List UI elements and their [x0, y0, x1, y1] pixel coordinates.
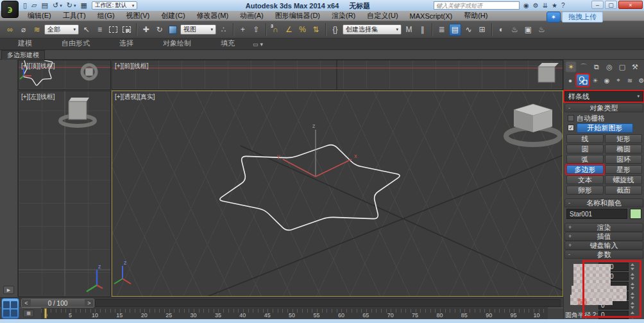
name-color-rollout-header[interactable]: - 名称和颜色 [564, 198, 643, 207]
ribbon-tab[interactable]: 对象绘制 [154, 37, 200, 49]
viewport-perspective-label[interactable]: [+][透视][真实] [115, 92, 155, 101]
menu-item[interactable]: 帮助(H) [458, 11, 493, 21]
select-and-rotate-icon[interactable]: ↻ [153, 24, 165, 36]
parameters-rollout-header[interactable]: - 参数 [564, 250, 643, 259]
menu-item[interactable]: 渲染(R) [326, 11, 361, 21]
sign-in-icon[interactable]: ◉ [523, 2, 529, 9]
viewport-front[interactable]: [+][前][线框] [112, 60, 563, 90]
bind-to-spacewarp-icon[interactable]: ≋ [31, 24, 43, 36]
ribbon-minimize-icon[interactable]: ▭ ▾ [253, 41, 263, 49]
ribbon-tab[interactable]: 建模 [9, 37, 41, 49]
flyout-right-button[interactable]: ▶ [3, 286, 14, 294]
object-type-button[interactable]: 椭圆 [605, 144, 642, 153]
autogrid-checkbox[interactable] [568, 115, 574, 121]
start-new-shape-checkbox[interactable]: ✓ [568, 125, 574, 131]
time-slider[interactable]: < 0 / 100 > [21, 299, 94, 308]
selection-filter-dropdown[interactable]: 全部 ▾ [44, 24, 79, 35]
motion-tab-icon[interactable]: ◎ [604, 61, 615, 73]
app-logo-button[interactable]: ϶ [1, 1, 19, 18]
start-new-shape-button[interactable]: 开始新图形 [577, 123, 633, 133]
select-by-name-icon[interactable]: ≡ [94, 24, 106, 36]
help-icon[interactable]: ? [561, 2, 565, 9]
rendered-frame-window-icon[interactable]: ▣ [522, 24, 534, 36]
undo-flyout-icon[interactable]: ▾ [60, 3, 62, 8]
menu-item[interactable]: 视图(V) [121, 11, 156, 21]
utilities-tab-icon[interactable]: ⚒ [629, 61, 641, 73]
redo-icon[interactable]: ↻ [67, 1, 72, 10]
shapes-category-icon[interactable] [577, 74, 589, 86]
object-color-swatch[interactable] [630, 209, 641, 219]
manage-layers-icon[interactable]: ≣ [436, 24, 448, 36]
interpolation-rollout-header[interactable]: + 插值 [564, 232, 643, 241]
percent-snap-icon[interactable]: % [296, 24, 309, 36]
menu-item[interactable]: 动画(A) [234, 11, 269, 21]
object-type-button[interactable]: 弧 [566, 155, 604, 164]
keyboard-entry-rollout-header[interactable]: + 键盘输入 [564, 241, 643, 250]
object-type-button[interactable]: 星形 [605, 165, 642, 174]
display-tab-icon[interactable]: ▢ [616, 61, 628, 73]
menu-item[interactable]: 修改器(M) [191, 11, 235, 21]
hierarchy-tab-icon[interactable]: ⧉ [591, 61, 602, 73]
shape-category-dropdown[interactable]: 样条线 ▾ [564, 91, 643, 101]
create-tab-icon[interactable]: ✶ [565, 61, 577, 73]
spacewarps-category-icon[interactable]: ≋ [625, 75, 635, 86]
save-file-icon[interactable]: ▤ [42, 1, 48, 10]
named-selection-sets-icon[interactable]: {} [329, 24, 341, 36]
menu-item[interactable]: 自定义(U) [361, 11, 403, 21]
menu-item[interactable]: MAXScript(X) [404, 12, 459, 20]
time-slider-track[interactable] [95, 299, 561, 307]
workspace-dropdown[interactable]: 工作区: 默认 ▾ [92, 1, 138, 10]
upload-icon[interactable]: ✶ [547, 12, 561, 22]
object-type-button[interactable]: 卵形 [566, 186, 604, 195]
object-type-button[interactable]: 矩形 [605, 134, 642, 143]
window-crossing-icon[interactable] [121, 24, 133, 36]
object-type-button[interactable]: 线 [566, 134, 604, 143]
open-file-icon[interactable]: ▱ [31, 1, 37, 10]
object-type-button[interactable]: 文本 [566, 175, 604, 184]
minimize-button[interactable]: – [591, 1, 604, 9]
mirror-icon[interactable]: M [403, 24, 415, 36]
snap-toggle-3d-icon[interactable]: 3∩ [269, 24, 282, 36]
rectangular-selection-region-icon[interactable] [107, 24, 119, 36]
menu-item[interactable]: 创建(C) [155, 11, 191, 21]
reference-coordinate-dropdown[interactable]: 视图 ▾ [180, 24, 216, 35]
communication-center-icon[interactable]: ⇊ [543, 2, 548, 9]
mini-curve-editor-button[interactable]: ▦ [23, 310, 34, 317]
workspace-icon[interactable]: ▦ [80, 1, 87, 10]
modify-tab-icon[interactable]: ⌒ [578, 61, 589, 73]
menu-item[interactable]: 编辑(E) [22, 11, 57, 21]
viewport-left[interactable]: z [+][左][线框] [18, 91, 111, 297]
angle-snap-icon[interactable]: ∠ [283, 24, 295, 36]
viewport-front-label[interactable]: [+][前][线框] [115, 62, 149, 71]
next-frame-button[interactable]: > [85, 299, 94, 307]
helpers-category-icon[interactable]: ⌖ [613, 75, 623, 86]
ribbon-tab[interactable]: 填充 [212, 37, 244, 49]
previous-frame-button[interactable]: < [22, 299, 31, 307]
object-type-button[interactable]: 圆环 [605, 155, 642, 164]
material-editor-icon[interactable]: ◐ [495, 24, 507, 36]
object-type-rollout-header[interactable]: - 对象类型 [564, 103, 643, 112]
menu-item[interactable]: 工具(T) [57, 11, 92, 21]
ribbon-tab[interactable]: 选择 [110, 37, 142, 49]
viewport-top-label[interactable]: [+][顶][线框] [21, 62, 55, 71]
object-type-button[interactable]: 圆 [566, 144, 604, 153]
geometry-category-icon[interactable]: ● [565, 75, 575, 86]
menu-item[interactable]: 组(G) [92, 11, 121, 21]
systems-category-icon[interactable]: ⚙ [636, 75, 644, 86]
spinner-snap-icon[interactable]: ⇅ [310, 24, 322, 36]
select-and-move-icon[interactable]: ✚ [140, 24, 152, 36]
upload-button[interactable]: 拖拽上传 [562, 12, 603, 22]
settings-icon[interactable]: ⚙ [533, 2, 539, 9]
use-pivot-center-icon[interactable]: ∴ [217, 24, 230, 36]
viewport-perspective[interactable]: y x z z [+][透视][真实] [112, 91, 563, 297]
viewport-top[interactable]: [+][顶][线框] [18, 60, 111, 90]
named-selection-set-dropdown[interactable]: 创建选择集 ▾ [343, 24, 402, 35]
select-and-link-icon[interactable]: ∞ [4, 24, 16, 36]
object-name-field[interactable] [566, 209, 627, 219]
current-frame-marker[interactable] [44, 308, 47, 319]
object-type-button[interactable]: 截面 [605, 186, 642, 195]
menu-item[interactable]: 图形编辑器(D) [269, 11, 326, 21]
new-file-icon[interactable]: ▯ [23, 1, 27, 10]
favorites-star-icon[interactable]: ★ [552, 2, 557, 9]
rendering-rollout-header[interactable]: + 渲染 [564, 223, 643, 232]
